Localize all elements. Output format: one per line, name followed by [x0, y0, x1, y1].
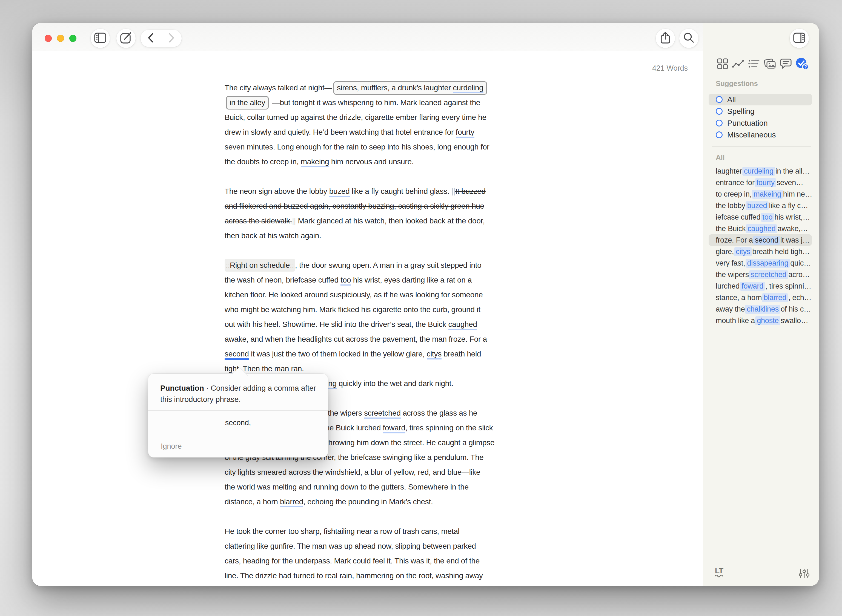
filter-punctuation[interactable]: Punctuation: [708, 117, 812, 129]
search-button[interactable]: [679, 29, 698, 48]
suggestion-item[interactable]: the Buick caughed awake,…: [708, 223, 812, 234]
proofing-check-icon[interactable]: ?: [795, 57, 809, 70]
text-segment: The city always talked at night—: [225, 84, 332, 92]
suggestion-item[interactable]: iefcase cuffed too his wrist,…: [708, 211, 812, 223]
suggestion-item[interactable]: lurched foward, tires spinni…: [708, 280, 812, 292]
suggestion-item[interactable]: away the chalklines of his c…: [708, 304, 812, 315]
item-text: glare,: [716, 248, 734, 256]
text-segment-u: blarred: [280, 497, 303, 507]
text-segment: drew in slowly and quietly. He’d been wa…: [225, 128, 456, 136]
filter-label: Punctuation: [727, 119, 768, 128]
flagged-word: second: [753, 236, 780, 245]
editor-text[interactable]: The city always talked at night—sirens, …: [225, 81, 494, 586]
item-text: away the: [716, 305, 745, 314]
item-text: swallo…: [781, 317, 808, 325]
text-segment-u: caughed: [448, 320, 477, 330]
suggestion-item[interactable]: glare, citys breath held tigh…: [708, 246, 812, 257]
suggestion-item[interactable]: the wipers screetched acro…: [708, 269, 812, 280]
item-text: iefcase cuffed: [716, 213, 760, 221]
suggestion-item[interactable]: mouth like a ghoste swallo…: [708, 315, 812, 326]
text-segment: He took the corner too sharp, fishtailin…: [225, 527, 459, 535]
paragraph[interactable]: He took the corner too sharp, fishtailin…: [225, 524, 494, 583]
text-segment-u: too: [341, 276, 351, 286]
flagged-word: caughed: [746, 224, 777, 233]
photos-icon[interactable]: [764, 58, 776, 69]
suggestion-item[interactable]: froze. For a second it was j…: [708, 234, 812, 246]
suggestion-item[interactable]: to creep in, makeing him ne…: [708, 188, 812, 200]
text-segment: city lights smeared across the windshiel…: [225, 468, 480, 477]
minimize-button[interactable]: [57, 35, 64, 42]
text-segment: cars, heading for the underpass. Mark co…: [225, 557, 480, 565]
text-segment: in the alley: [229, 98, 265, 107]
item-text: very fast,: [716, 259, 745, 267]
svg-text:?: ?: [804, 65, 807, 69]
share-button[interactable]: [656, 29, 675, 48]
forward-button[interactable]: [161, 32, 182, 44]
popover-ignore-button[interactable]: Ignore: [148, 435, 328, 458]
text-segment-u: citys: [427, 350, 442, 359]
filter-spelling[interactable]: Spelling: [708, 106, 812, 117]
comments-icon[interactable]: [780, 58, 792, 69]
text-segment: the wash of neon, briefcase cuffed: [225, 276, 341, 284]
text-segment: kitchen floor. He looked around suspicio…: [225, 290, 483, 299]
suggestion-item[interactable]: laughter curdeling in the all…: [708, 165, 812, 177]
titlebar: [32, 23, 703, 51]
item-text: froze. For a: [716, 236, 753, 245]
proofing-sidebar: ? Suggestions AllSpellingPunctuationMisc…: [703, 23, 819, 586]
suggestion-filters: AllSpellingPunctuationMiscellaneous: [708, 94, 812, 141]
item-text: lurched: [716, 282, 739, 290]
text-segment-strike: It buzzed: [455, 187, 486, 195]
radio-circle-icon: [716, 120, 723, 126]
item-text: his wrist,…: [774, 213, 810, 221]
right-panel-toggle-icon: [793, 32, 805, 44]
close-button[interactable]: [45, 35, 52, 42]
filter-miscellaneous[interactable]: Miscellaneous: [708, 129, 812, 141]
flagged-word: ghoste: [755, 316, 780, 325]
filter-sliders-icon[interactable]: [799, 568, 810, 579]
search-icon: [683, 32, 695, 45]
item-text: him ne…: [783, 190, 812, 198]
popover-separator: ·: [204, 384, 211, 392]
suggestion-item[interactable]: the lobby buzed like a fly c…: [708, 200, 812, 211]
text-segment-sym: ||: [292, 217, 296, 225]
dashboard-grid-icon[interactable]: [717, 58, 728, 69]
paragraph[interactable]: The city always talked at night—sirens, …: [225, 81, 494, 169]
flagged-word: too: [761, 213, 774, 222]
suggestion-popover: Punctuation · Consider adding a comma af…: [148, 374, 328, 458]
suggestions-header: Suggestions: [716, 79, 758, 88]
text-segment: , echoing the pounding in Mark’s chest.: [303, 497, 433, 506]
flagged-word: buzed: [746, 201, 769, 210]
nav-buttons: [141, 29, 182, 47]
word-count: 421 Words: [652, 64, 688, 73]
text-segment: across the glass as he: [401, 409, 477, 417]
flagged-word: curdeling: [742, 167, 775, 176]
popover-suggestion-button[interactable]: second,: [148, 411, 328, 435]
editor-area[interactable]: 421 Words The city always talked at nigh…: [32, 51, 703, 586]
suggestion-item[interactable]: very fast, dissapearing quic…: [708, 257, 812, 269]
filter-all[interactable]: All: [708, 94, 812, 106]
zoom-button[interactable]: [69, 35, 76, 42]
outline-list-icon[interactable]: [748, 59, 760, 69]
text-segment-box: sirens, mufflers, a drunk’s laughter cur…: [334, 81, 487, 95]
radio-circle-icon: [716, 96, 723, 103]
filter-label: Spelling: [727, 107, 755, 116]
item-text: the wipers: [716, 270, 749, 279]
progress-chart-icon[interactable]: [732, 59, 745, 69]
back-button[interactable]: [141, 32, 161, 44]
item-text: stance, a horn: [716, 293, 762, 302]
languagetool-icon[interactable]: LT: [715, 567, 728, 579]
sidebar-toggle-button[interactable]: [91, 29, 110, 48]
right-panel-toggle-button[interactable]: [790, 29, 809, 48]
suggestion-item[interactable]: stance, a horn blarred, ech…: [708, 292, 812, 304]
item-text: the lobby: [716, 201, 745, 210]
text-segment: then back at his watch again.: [225, 231, 321, 240]
paragraph[interactable]: ::Right on schedule::, the door swung op…: [225, 258, 494, 391]
compose-button[interactable]: [116, 29, 135, 48]
item-text: it was j…: [780, 236, 810, 245]
text-segment: him nervous and unsure.: [329, 157, 414, 166]
text-segment: , the door swung open. A man in a gray s…: [295, 261, 482, 269]
text-segment-u: fourty: [456, 128, 475, 138]
text-segment: awake, and when the headlights cut acros…: [225, 335, 487, 343]
suggestion-item[interactable]: entrance for fourty seven…: [708, 177, 812, 188]
paragraph[interactable]: The neon sign above the lobby buzed like…: [225, 184, 494, 243]
